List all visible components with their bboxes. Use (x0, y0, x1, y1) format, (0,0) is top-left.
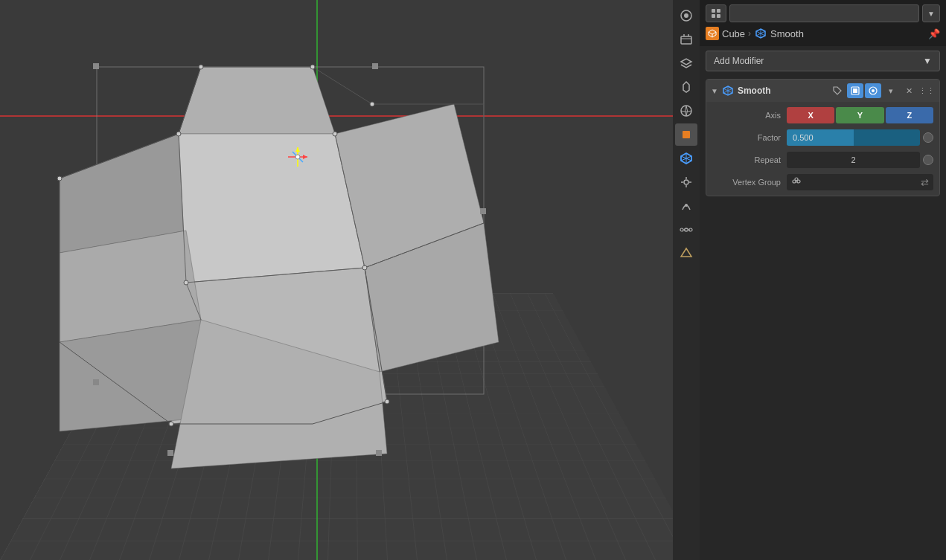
svg-rect-18 (480, 208, 486, 214)
svg-point-21 (199, 65, 203, 69)
axis-x-button[interactable]: X (787, 107, 834, 123)
vertex-group-field[interactable]: ⇄ (787, 174, 933, 190)
svg-marker-60 (681, 248, 691, 257)
modifier-more-button[interactable]: ▾ (883, 83, 899, 98)
factor-row: Factor 0.500 (712, 129, 933, 147)
svg-rect-64 (717, 14, 720, 18)
vertex-group-row: Vertex Group ⇄ (712, 173, 933, 191)
factor-value: 0.500 (793, 133, 814, 142)
props-output-icon[interactable] (675, 28, 697, 51)
modifier-icon (721, 84, 735, 97)
svg-rect-61 (712, 9, 715, 13)
modifier-header: ▼ Smooth (706, 80, 939, 102)
modifier-header-icons: ▾ ✕ ⋮⋮ (829, 83, 935, 98)
add-modifier-section: Add Modifier ▼ (700, 46, 946, 76)
svg-rect-51 (683, 131, 690, 138)
vertex-group-icon (791, 176, 802, 189)
expand-panel-button[interactable]: ▼ (922, 4, 940, 22)
svg-rect-67 (853, 88, 857, 93)
pin-icon[interactable]: 📌 (928, 28, 940, 39)
props-particles-icon[interactable] (675, 171, 697, 193)
svg-marker-36 (303, 155, 307, 159)
svg-point-59 (689, 228, 692, 231)
svg-point-28 (362, 265, 367, 270)
svg-rect-17 (93, 379, 99, 385)
mesh-object[interactable] (52, 59, 528, 476)
svg-rect-19 (376, 450, 382, 456)
repeat-keyframe-button[interactable] (923, 155, 933, 165)
props-view-layer-icon[interactable] (675, 52, 697, 74)
modifier-name: Smooth (738, 86, 826, 96)
svg-point-34 (295, 155, 300, 159)
modifier-editmode-button[interactable] (829, 83, 846, 98)
props-world-icon[interactable] (675, 100, 697, 122)
svg-point-52 (684, 180, 688, 184)
search-row: ▼ (706, 4, 940, 22)
svg-point-58 (680, 228, 683, 231)
factor-label: Factor (712, 133, 787, 142)
axis-y-button[interactable]: Y (836, 107, 883, 123)
svg-point-22 (310, 65, 315, 69)
3d-viewport[interactable]: ✋ (0, 0, 700, 560)
modifier-type-icon (754, 27, 767, 40)
breadcrumb: Cube › Smooth 📌 (706, 25, 940, 42)
properties-sidebar (673, 0, 700, 560)
props-modifier-icon[interactable] (675, 147, 697, 170)
svg-rect-20 (167, 450, 173, 456)
svg-point-69 (872, 89, 875, 92)
svg-point-23 (370, 102, 374, 106)
svg-marker-35 (295, 147, 300, 152)
object-name: Cube (722, 28, 745, 39)
modifier-render-button[interactable] (865, 83, 881, 98)
props-render-icon[interactable] (675, 4, 697, 27)
svg-rect-15 (93, 63, 99, 69)
add-modifier-chevron: ▼ (923, 56, 932, 66)
modifier-delete-button[interactable]: ✕ (901, 83, 917, 98)
props-object-icon[interactable] (675, 123, 697, 146)
axis-label: Axis (712, 111, 787, 120)
transform-gizmo[interactable] (287, 146, 309, 168)
properties-panel: ▼ Cube › Smooth 📌 (700, 0, 946, 560)
svg-rect-16 (372, 63, 378, 69)
modifier-collapse-button[interactable]: ▼ (711, 87, 718, 95)
panel-header: ▼ Cube › Smooth 📌 (700, 0, 946, 46)
svg-point-26 (333, 132, 337, 136)
axis-z-button[interactable]: Z (886, 107, 933, 123)
add-modifier-button[interactable]: Add Modifier ▼ (706, 51, 940, 71)
props-object-data-icon[interactable] (675, 242, 697, 265)
axis-row: Axis X Y Z (712, 106, 933, 124)
svg-point-30 (385, 399, 389, 404)
factor-field[interactable]: 0.500 (787, 129, 920, 146)
props-constraints-icon[interactable] (675, 219, 697, 241)
factor-keyframe-button[interactable] (923, 132, 933, 143)
modifier-properties: Axis X Y Z Factor 0.500 Repeat 2 (706, 102, 939, 196)
breadcrumb-separator: › (748, 28, 751, 39)
object-type-icon (706, 27, 719, 40)
svg-rect-62 (717, 9, 720, 13)
svg-point-50 (681, 106, 691, 116)
props-scene-icon[interactable] (675, 76, 697, 98)
swap-direction-icon[interactable]: ⇄ (921, 177, 929, 188)
svg-marker-1 (179, 67, 335, 134)
svg-point-29 (169, 422, 173, 426)
vertex-group-label: Vertex Group (712, 178, 787, 187)
repeat-field[interactable]: 2 (787, 152, 920, 168)
add-modifier-label: Add Modifier (714, 56, 764, 66)
axis-buttons: X Y Z (787, 107, 933, 123)
svg-point-45 (684, 13, 688, 18)
repeat-row: Repeat 2 (712, 151, 933, 169)
smooth-modifier-card: ▼ Smooth (706, 79, 940, 196)
repeat-value: 2 (851, 155, 855, 164)
modifier-name-breadcrumb: Smooth (770, 28, 925, 39)
svg-rect-46 (681, 36, 691, 44)
props-physics-icon[interactable] (675, 195, 697, 217)
svg-point-57 (685, 204, 688, 207)
panel-mode-button[interactable] (706, 4, 726, 22)
modifier-realtime-button[interactable] (847, 83, 863, 98)
repeat-label: Repeat (712, 155, 787, 164)
svg-rect-63 (712, 14, 715, 18)
search-input[interactable] (729, 4, 919, 22)
svg-point-24 (57, 176, 62, 181)
modifier-drag-handle[interactable]: ⋮⋮ (918, 83, 935, 98)
svg-point-25 (176, 132, 181, 136)
